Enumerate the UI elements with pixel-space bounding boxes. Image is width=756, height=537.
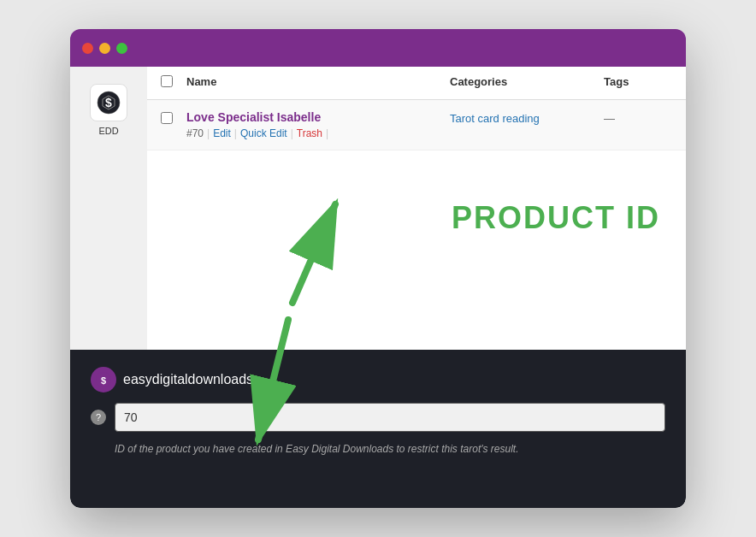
header-categories: Categories <box>450 75 604 91</box>
row-checkbox[interactable] <box>161 112 173 124</box>
panel-title: easydigitaldownloads <box>123 372 253 387</box>
quick-edit-link[interactable]: Quick Edit <box>240 127 287 139</box>
row-main: Love Specialist Isabelle #70 | Edit | Qu… <box>186 110 450 139</box>
trash-link[interactable]: Trash <box>297 127 322 139</box>
svg-text:$: $ <box>101 375 106 386</box>
sidebar-item-edd[interactable]: $ EDD <box>90 84 127 136</box>
edd-logo-svg: $ <box>97 91 121 115</box>
table-row: Love Specialist Isabelle #70 | Edit | Qu… <box>147 100 686 150</box>
panel-description: ID of the product you have created in Ea… <box>115 442 665 457</box>
product-id-input[interactable] <box>115 403 665 432</box>
svg-text:$: $ <box>105 96 112 109</box>
titlebar <box>70 29 686 67</box>
edit-link[interactable]: Edit <box>213 127 231 139</box>
minimize-button[interactable] <box>99 43 110 54</box>
row-id: #70 <box>186 127 204 139</box>
row-category: Tarot card reading <box>450 110 604 125</box>
row-checkbox-col <box>161 110 186 127</box>
category-link[interactable]: Tarot card reading <box>450 112 540 125</box>
header-checkbox-col <box>161 75 186 91</box>
edd-panel-icon: $ <box>91 367 116 392</box>
sep3: | <box>291 127 293 139</box>
sep2: | <box>234 127 237 139</box>
sep1: | <box>207 127 210 139</box>
panel-header: $ easydigitaldownloads <box>91 367 665 392</box>
sep4: | <box>326 127 328 139</box>
main-window: $ EDD Tarokina <box>70 29 686 508</box>
traffic-lights <box>82 43 127 54</box>
table-header: Name Categories Tags <box>147 67 686 100</box>
edd-panel-logo: $ <box>95 371 112 388</box>
close-button[interactable] <box>82 43 93 54</box>
product-title[interactable]: Love Specialist Isabelle <box>186 110 450 124</box>
help-icon: ? <box>91 410 106 425</box>
header-name: Name <box>186 75 450 91</box>
select-all-checkbox[interactable] <box>161 75 173 87</box>
edd-icon: $ <box>90 84 127 121</box>
header-tags: Tags <box>604 75 672 91</box>
edd-label: EDD <box>98 126 118 136</box>
maximize-button[interactable] <box>116 43 127 54</box>
panel-input-row: ? <box>91 403 665 432</box>
row-actions: #70 | Edit | Quick Edit | Trash | <box>186 127 450 139</box>
row-tags: — <box>604 110 672 125</box>
bottom-panel: $ easydigitaldownloads ? ID of the produ… <box>70 350 686 508</box>
